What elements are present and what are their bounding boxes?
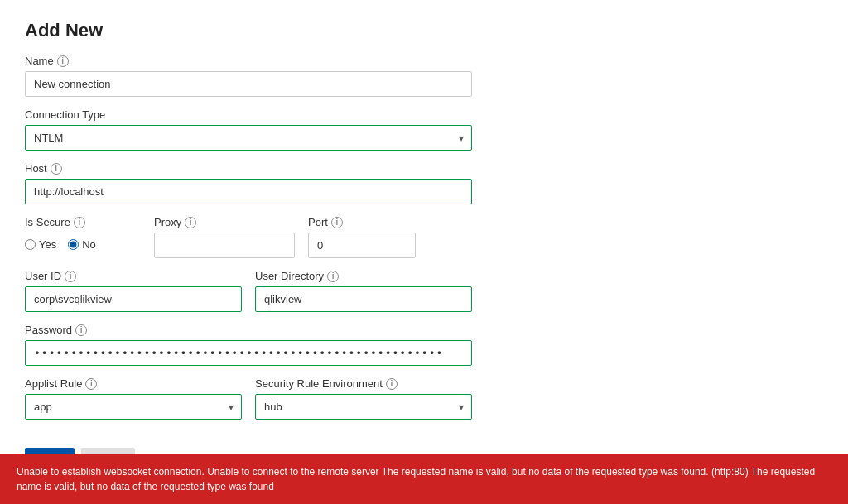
connection-type-label: Connection Type xyxy=(25,108,472,121)
proxy-field-group: Proxy i xyxy=(154,216,295,258)
host-input[interactable] xyxy=(25,179,472,204)
name-field-group: Name i xyxy=(25,55,472,97)
user-id-input[interactable] xyxy=(25,286,242,312)
name-label: Name i xyxy=(25,55,472,67)
password-info-icon[interactable]: i xyxy=(75,324,87,336)
user-directory-input[interactable] xyxy=(255,286,472,312)
userid-userdirectory-row: User ID i User Directory i xyxy=(25,270,472,324)
proxy-label-text: Proxy xyxy=(154,216,181,228)
applist-rule-label-text: Applist Rule xyxy=(25,377,82,390)
user-id-label: User ID i xyxy=(25,270,242,282)
applist-security-row: Applist Rule i app stream all ▾ Security… xyxy=(25,377,472,431)
security-rule-select-wrapper: hub qmc both ▾ xyxy=(255,394,472,420)
user-id-field-group: User ID i xyxy=(25,270,242,312)
password-input[interactable] xyxy=(25,340,472,366)
is-secure-no-label[interactable]: No xyxy=(68,238,96,251)
port-info-icon[interactable]: i xyxy=(331,217,343,228)
host-label-text: Host xyxy=(25,162,47,175)
host-label: Host i xyxy=(25,162,472,175)
name-info-icon[interactable]: i xyxy=(57,55,69,67)
user-directory-label-text: User Directory xyxy=(255,270,324,282)
user-id-label-text: User ID xyxy=(25,270,61,282)
is-secure-label: Is Secure i xyxy=(25,216,141,228)
security-rule-label: Security Rule Environment i xyxy=(255,377,472,390)
is-secure-info-icon[interactable]: i xyxy=(74,217,85,228)
applist-rule-select[interactable]: app stream all xyxy=(25,394,242,420)
error-message: Unable to establish websocket connection… xyxy=(17,466,815,492)
is-secure-no-radio[interactable] xyxy=(68,239,79,250)
is-secure-radio-group: Yes No xyxy=(25,233,141,257)
is-secure-yes-text: Yes xyxy=(39,238,56,251)
is-secure-yes-label[interactable]: Yes xyxy=(25,238,56,251)
host-field-group: Host i xyxy=(25,162,472,204)
port-label: Port i xyxy=(308,216,416,228)
proxy-label: Proxy i xyxy=(154,216,295,228)
is-secure-no-text: No xyxy=(82,238,96,251)
connection-type-field-group: Connection Type NTLM Basic Kerberos None… xyxy=(25,108,472,151)
user-directory-label: User Directory i xyxy=(255,270,472,282)
applist-rule-info-icon[interactable]: i xyxy=(85,378,97,390)
password-label-text: Password xyxy=(25,324,72,336)
is-secure-label-text: Is Secure xyxy=(25,216,70,228)
error-banner: Unable to establish websocket connection… xyxy=(0,454,848,492)
password-label: Password i xyxy=(25,324,472,336)
password-field-group: Password i xyxy=(25,324,472,366)
connection-type-label-text: Connection Type xyxy=(25,108,105,121)
port-label-text: Port xyxy=(308,216,328,228)
user-directory-field-group: User Directory i xyxy=(255,270,472,312)
applist-rule-field-group: Applist Rule i app stream all ▾ xyxy=(25,377,242,420)
security-rule-select[interactable]: hub qmc both xyxy=(255,394,472,420)
port-field-group: Port i xyxy=(308,216,416,258)
is-secure-field-group: Is Secure i Yes No xyxy=(25,216,141,257)
connection-type-select[interactable]: NTLM Basic Kerberos None xyxy=(25,125,472,151)
security-rule-label-text: Security Rule Environment xyxy=(255,377,383,390)
is-secure-yes-radio[interactable] xyxy=(25,239,36,250)
connection-type-select-wrapper: NTLM Basic Kerberos None ▾ xyxy=(25,125,472,151)
user-directory-info-icon[interactable]: i xyxy=(327,271,339,282)
host-info-icon[interactable]: i xyxy=(51,163,62,175)
proxy-info-icon[interactable]: i xyxy=(185,217,196,228)
applist-rule-select-wrapper: app stream all ▾ xyxy=(25,394,242,420)
proxy-input[interactable] xyxy=(154,233,295,258)
page-title: Add New xyxy=(25,20,472,41)
name-input[interactable] xyxy=(25,71,472,97)
user-id-info-icon[interactable]: i xyxy=(65,271,76,282)
secure-proxy-port-row: Is Secure i Yes No Proxy i xyxy=(25,216,472,270)
security-rule-info-icon[interactable]: i xyxy=(386,378,398,390)
applist-rule-label: Applist Rule i xyxy=(25,377,242,390)
security-rule-field-group: Security Rule Environment i hub qmc both… xyxy=(255,377,472,420)
name-label-text: Name xyxy=(25,55,54,67)
port-input[interactable] xyxy=(308,233,416,258)
